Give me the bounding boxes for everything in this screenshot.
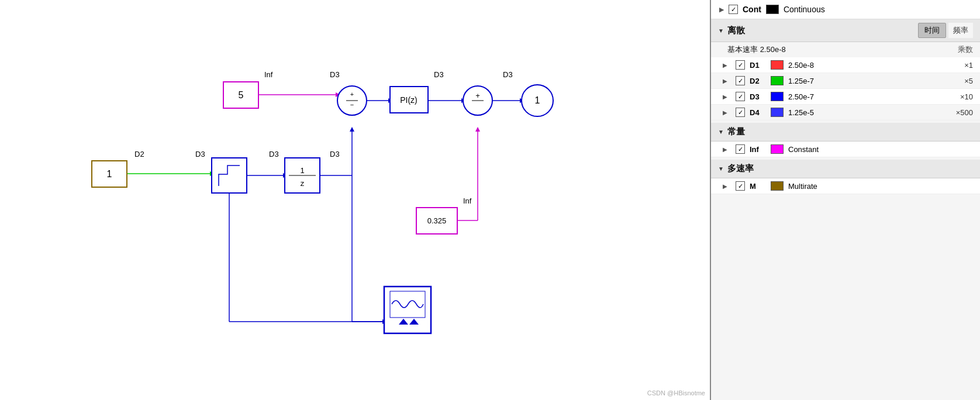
rate-row-d4: ▶ ✓ D4 1.25e-5 ×500 bbox=[711, 105, 980, 120]
continuous-color-swatch bbox=[766, 5, 779, 14]
right-panel: ▶ ✓ Cont Continuous ▼ 离散 时间 频率 基本速率 2.50… bbox=[711, 0, 980, 400]
continuous-chevron[interactable]: ▶ bbox=[719, 6, 724, 13]
svg-text:PI(z): PI(z) bbox=[400, 95, 417, 105]
d1-color-swatch bbox=[771, 60, 784, 70]
svg-text:+: + bbox=[475, 91, 480, 100]
svg-text:−: − bbox=[350, 101, 354, 108]
label-inf-2: Inf bbox=[463, 196, 472, 205]
constant-chevron[interactable]: ▼ bbox=[718, 129, 724, 135]
m-label: Multirate bbox=[788, 182, 973, 191]
constant-section-header[interactable]: ▼ 常量 bbox=[711, 123, 980, 142]
d3-color-swatch bbox=[771, 92, 784, 101]
d4-multiplier: ×500 bbox=[944, 108, 973, 117]
d1-multiplier: ×1 bbox=[944, 61, 973, 70]
d3-chevron[interactable]: ▶ bbox=[723, 94, 731, 100]
d2-name: D2 bbox=[750, 77, 766, 85]
discrete-label: 离散 bbox=[727, 25, 745, 36]
d2-checkbox[interactable]: ✓ bbox=[736, 76, 745, 85]
d3-name: D3 bbox=[750, 92, 766, 101]
inf-chevron[interactable]: ▶ bbox=[723, 146, 731, 153]
watermark: CSDN @HBisnotme bbox=[647, 389, 705, 396]
multirate-section-header[interactable]: ▼ 多速率 bbox=[711, 160, 980, 178]
svg-text:1: 1 bbox=[300, 166, 304, 175]
continuous-label: Continuous bbox=[784, 5, 825, 14]
m-checkbox[interactable]: ✓ bbox=[736, 181, 745, 191]
svg-text:5: 5 bbox=[239, 90, 244, 100]
d1-chevron[interactable]: ▶ bbox=[723, 62, 731, 68]
d3-value: 2.50e-7 bbox=[788, 92, 939, 101]
label-d3-3: D3 bbox=[503, 70, 513, 79]
base-rate-row: 基本速率 2.50e-8 乘数 bbox=[711, 42, 980, 57]
svg-text:0.325: 0.325 bbox=[427, 216, 447, 225]
d4-value: 1.25e-5 bbox=[788, 108, 939, 117]
d2-color-swatch bbox=[771, 76, 784, 85]
simulink-diagram: 5 1 1 z + − PI(z) + 1 0.325 bbox=[0, 0, 710, 400]
m-color-swatch bbox=[771, 181, 784, 191]
inf-label: Constant bbox=[788, 145, 973, 154]
continuous-name: Cont bbox=[743, 5, 761, 14]
svg-text:1: 1 bbox=[535, 95, 540, 105]
label-d3-6: D3 bbox=[330, 150, 340, 158]
m-chevron[interactable]: ▶ bbox=[723, 183, 731, 189]
d2-multiplier: ×5 bbox=[944, 77, 973, 85]
d4-name: D4 bbox=[750, 108, 766, 117]
inf-checkbox[interactable]: ✓ bbox=[736, 144, 745, 154]
discrete-chevron[interactable]: ▼ bbox=[718, 27, 724, 34]
block-rate-transition bbox=[212, 158, 247, 193]
label-d3-2: D3 bbox=[434, 70, 444, 79]
multirate-label: 多速率 bbox=[727, 163, 754, 174]
svg-text:1: 1 bbox=[107, 169, 112, 179]
m-name: M bbox=[750, 182, 766, 191]
d4-color-swatch bbox=[771, 108, 784, 117]
d1-name: D1 bbox=[750, 61, 766, 70]
inf-name: Inf bbox=[750, 145, 766, 154]
constant-inf-row: ▶ ✓ Inf Constant bbox=[711, 142, 980, 157]
svg-marker-22 bbox=[475, 127, 480, 132]
label-d3-1: D3 bbox=[330, 70, 340, 79]
continuous-section: ▶ ✓ Cont Continuous bbox=[711, 0, 980, 19]
d4-chevron[interactable]: ▶ bbox=[723, 109, 731, 116]
discrete-section-header[interactable]: ▼ 离散 时间 频率 bbox=[711, 19, 980, 42]
label-d2: D2 bbox=[134, 150, 144, 158]
rate-row-d3: ▶ ✓ D3 2.50e-7 ×10 bbox=[711, 89, 980, 105]
diagram-panel: 5 1 1 z + − PI(z) + 1 0.325 bbox=[0, 0, 711, 400]
d1-value: 2.50e-8 bbox=[788, 61, 939, 70]
svg-marker-14 bbox=[350, 127, 354, 132]
constant-label: 常量 bbox=[727, 126, 745, 137]
time-button[interactable]: 时间 bbox=[918, 23, 946, 38]
label-inf-1: Inf bbox=[264, 70, 273, 79]
label-d3-4: D3 bbox=[195, 150, 205, 158]
multirate-chevron[interactable]: ▼ bbox=[718, 165, 724, 172]
label-d3-5: D3 bbox=[269, 150, 279, 158]
svg-text:+: + bbox=[350, 91, 354, 98]
rate-row-d1: ▶ ✓ D1 2.50e-8 ×1 bbox=[711, 57, 980, 73]
d4-checkbox[interactable]: ✓ bbox=[736, 108, 745, 117]
freq-button[interactable]: 频率 bbox=[948, 23, 973, 38]
svg-text:z: z bbox=[301, 179, 305, 188]
d2-chevron[interactable]: ▶ bbox=[723, 78, 731, 84]
base-rate-label: 基本速率 2.50e-8 bbox=[727, 44, 786, 55]
d2-value: 1.25e-7 bbox=[788, 77, 939, 85]
multiplier-col-header: 乘数 bbox=[958, 44, 973, 55]
continuous-checkbox[interactable]: ✓ bbox=[729, 5, 738, 14]
rate-row-d2: ▶ ✓ D2 1.25e-7 ×5 bbox=[711, 73, 980, 89]
d3-multiplier: ×10 bbox=[944, 92, 973, 101]
multirate-m-row: ▶ ✓ M Multirate bbox=[711, 178, 980, 194]
d1-checkbox[interactable]: ✓ bbox=[736, 60, 745, 70]
inf-color-swatch bbox=[771, 144, 784, 154]
d3-checkbox[interactable]: ✓ bbox=[736, 92, 745, 101]
